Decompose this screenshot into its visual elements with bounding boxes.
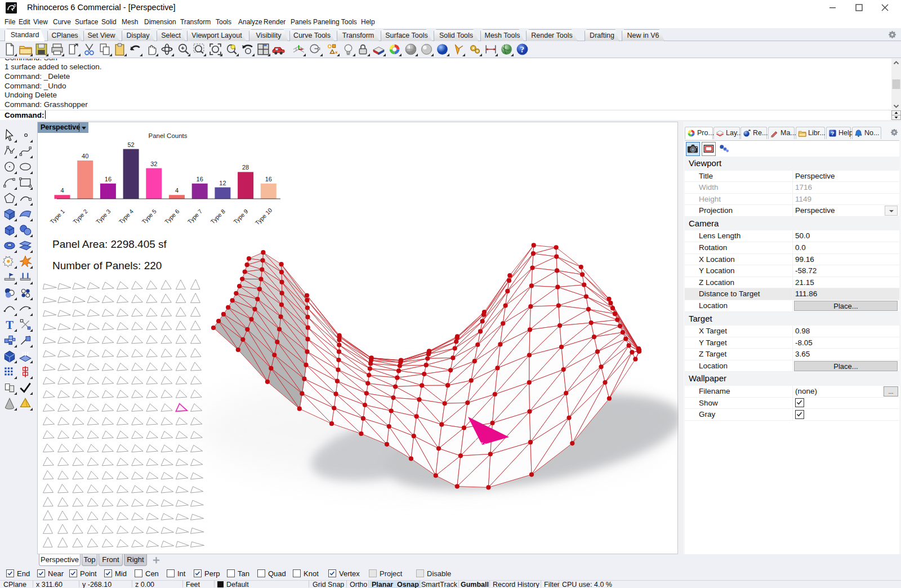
svg-text:Type 9: Type 9 (232, 208, 249, 225)
svg-text:4: 4 (175, 187, 179, 194)
svg-text:Type 10: Type 10 (254, 207, 274, 226)
svg-text:Type 5: Type 5 (140, 208, 158, 225)
svg-text:32: 32 (150, 161, 157, 167)
svg-text:Type 1: Type 1 (48, 208, 66, 225)
svg-text:Type 2: Type 2 (72, 208, 89, 225)
svg-text:52: 52 (127, 141, 134, 148)
svg-text:Type 8: Type 8 (209, 208, 226, 225)
svg-text:Panel Counts: Panel Counts (148, 132, 187, 139)
svg-text:?: ? (520, 45, 524, 54)
svg-text:28: 28 (242, 164, 249, 171)
svg-text:4: 4 (60, 187, 64, 194)
svg-text:Type 3: Type 3 (95, 208, 112, 225)
svg-text:16: 16 (265, 176, 272, 182)
svg-text:Type 4: Type 4 (117, 208, 135, 225)
svg-text:Type 7: Type 7 (186, 208, 203, 225)
svg-text:12: 12 (219, 180, 226, 186)
svg-text:6: 6 (14, 3, 16, 7)
svg-text:16: 16 (105, 176, 111, 182)
svg-text:T: T (6, 319, 14, 331)
svg-text:40: 40 (82, 153, 88, 159)
svg-text:16: 16 (197, 176, 203, 182)
svg-text:Type 6: Type 6 (163, 208, 181, 225)
svg-text:?: ? (831, 130, 834, 136)
